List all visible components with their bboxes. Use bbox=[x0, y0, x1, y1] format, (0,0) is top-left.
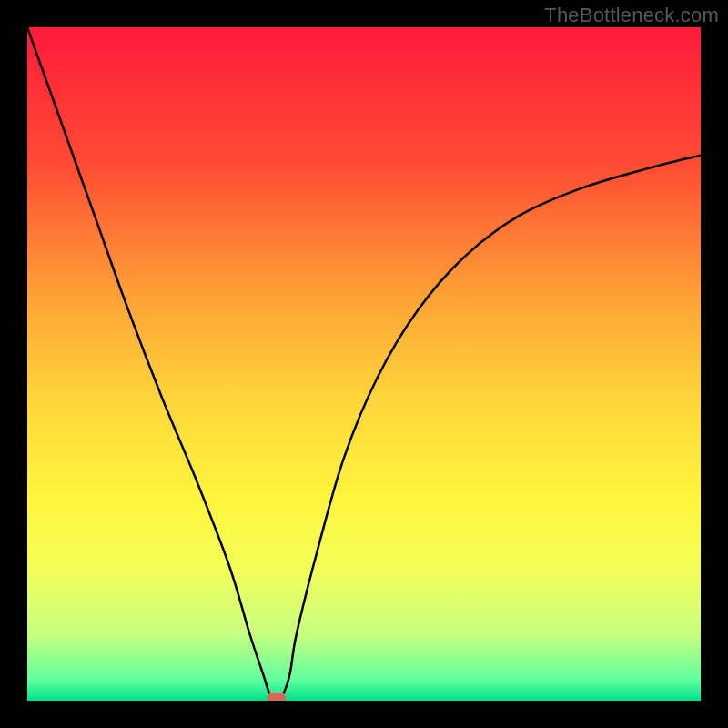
plot-area bbox=[27, 27, 701, 701]
minimum-marker bbox=[268, 693, 286, 701]
chart-svg bbox=[27, 27, 701, 701]
gradient-background bbox=[27, 27, 701, 701]
chart-frame: TheBottleneck.com bbox=[0, 0, 728, 728]
watermark-text: TheBottleneck.com bbox=[544, 4, 719, 27]
